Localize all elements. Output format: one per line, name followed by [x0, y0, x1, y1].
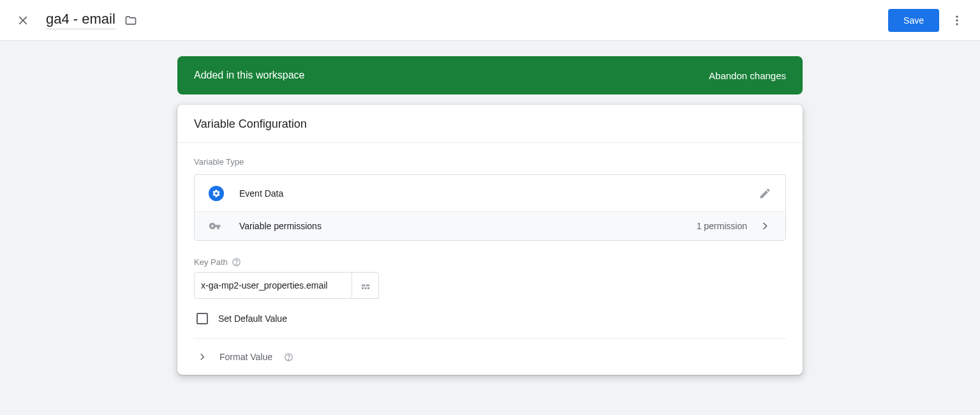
key-icon — [209, 220, 224, 232]
permissions-count: 1 permission — [697, 221, 747, 231]
chevron-right-icon — [759, 220, 771, 232]
abandon-changes-button[interactable]: Abandon changes — [709, 70, 786, 81]
workspace-status-banner: Added in this workspace Abandon changes — [177, 56, 803, 94]
close-icon — [17, 14, 29, 27]
variable-type-row[interactable]: Event Data — [195, 175, 785, 212]
folder-icon[interactable] — [124, 14, 137, 27]
header-bar: ga4 - email Save — [0, 0, 980, 41]
svg-point-2 — [956, 15, 958, 17]
format-value-label: Format Value — [219, 352, 272, 362]
variable-type-name: Event Data — [239, 188, 759, 199]
checkbox-icon — [197, 313, 208, 324]
save-button[interactable]: Save — [888, 9, 939, 32]
svg-point-4 — [956, 23, 958, 25]
variable-type-box: Event Data Variable permissions 1 permis… — [194, 174, 786, 241]
page-title[interactable]: ga4 - email — [46, 11, 115, 29]
svg-point-3 — [956, 19, 958, 21]
permissions-label: Variable permissions — [239, 221, 697, 231]
set-default-checkbox-row[interactable]: Set Default Value — [194, 313, 786, 324]
set-default-label: Set Default Value — [218, 313, 287, 324]
kebab-icon — [951, 14, 963, 27]
edit-icon[interactable] — [759, 187, 771, 200]
gear-icon — [209, 186, 224, 201]
card-title: Variable Configuration — [177, 105, 803, 143]
variable-config-card: Variable Configuration Variable Type Eve… — [177, 105, 803, 375]
svg-point-6 — [236, 264, 237, 264]
help-icon[interactable] — [284, 352, 293, 362]
key-path-field: Key Path — [194, 257, 786, 299]
variable-picker-button[interactable] — [352, 272, 379, 299]
help-icon[interactable] — [232, 257, 241, 267]
content-area: Added in this workspace Abandon changes … — [177, 41, 803, 390]
brick-icon — [360, 280, 371, 291]
banner-status-text: Added in this workspace — [194, 70, 304, 81]
variable-type-label: Variable Type — [194, 157, 786, 167]
format-value-row[interactable]: Format Value — [194, 339, 786, 375]
chevron-right-icon — [197, 351, 208, 363]
svg-point-8 — [288, 359, 289, 359]
key-path-input[interactable] — [194, 272, 352, 299]
close-button[interactable] — [10, 8, 36, 33]
title-wrap: ga4 - email — [46, 11, 137, 29]
variable-permissions-row[interactable]: Variable permissions 1 permission — [195, 212, 785, 240]
key-path-label: Key Path — [194, 257, 228, 267]
more-menu-button[interactable] — [944, 8, 970, 33]
